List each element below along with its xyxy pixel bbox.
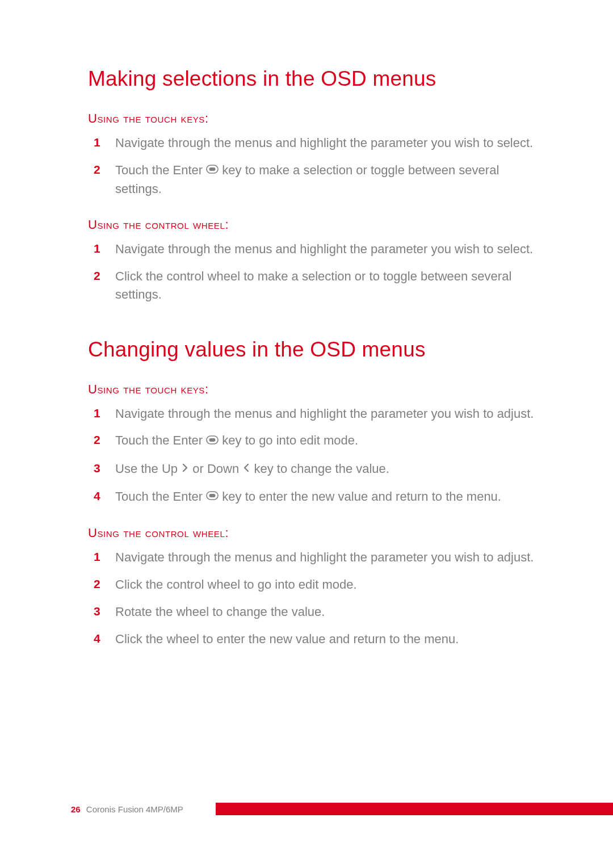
steps-section3: 1Navigate through the menus and highligh… bbox=[88, 405, 536, 506]
step-item: 2Touch the Enter key to go into edit mod… bbox=[115, 431, 536, 450]
step-item: 1Navigate through the menus and highligh… bbox=[115, 405, 536, 423]
step-text: key to enter the new value and return to… bbox=[219, 489, 501, 504]
heading-making-selections: Making selections in the OSD menus bbox=[88, 67, 536, 91]
step-item: 2Click the control wheel to make a selec… bbox=[115, 267, 536, 304]
steps-section1: 1Navigate through the menus and highligh… bbox=[88, 134, 536, 198]
footer-title: Coronis Fusion 4MP/6MP bbox=[86, 804, 183, 814]
svg-rect-3 bbox=[209, 438, 216, 442]
step-text: Navigate through the menus and highlight… bbox=[115, 550, 534, 564]
subhead-touch-keys-1: Using the touch keys: bbox=[88, 111, 536, 126]
step-text: Navigate through the menus and highlight… bbox=[115, 136, 533, 150]
enter-icon bbox=[206, 431, 219, 450]
footer-red-bar bbox=[216, 803, 613, 815]
heading-changing-values: Changing values in the OSD menus bbox=[88, 338, 536, 362]
step-item: 1Navigate through the menus and highligh… bbox=[115, 548, 536, 567]
step-item: 1Navigate through the menus and highligh… bbox=[115, 240, 536, 258]
down-chevron-icon bbox=[242, 459, 250, 477]
step-number: 2 bbox=[94, 161, 100, 178]
step-text: Use the Up bbox=[115, 462, 181, 476]
step-text: Touch the Enter bbox=[115, 489, 206, 504]
subhead-control-wheel-2: Using the control wheel: bbox=[88, 526, 536, 540]
subhead-touch-keys-2: Using the touch keys: bbox=[88, 382, 536, 397]
step-number: 4 bbox=[94, 488, 100, 505]
footer-text: 26 Coronis Fusion 4MP/6MP bbox=[71, 804, 183, 814]
step-item: 3Use the Up or Down key to change the va… bbox=[115, 460, 536, 479]
step-number: 1 bbox=[94, 240, 100, 257]
page-content: Making selections in the OSD menus Using… bbox=[0, 0, 613, 648]
step-number: 2 bbox=[94, 576, 100, 593]
step-item: 4Click the wheel to enter the new value … bbox=[115, 630, 536, 648]
step-text: Rotate the wheel to change the value. bbox=[115, 605, 325, 619]
step-item: 4Touch the Enter key to enter the new va… bbox=[115, 488, 536, 506]
page-number: 26 bbox=[71, 804, 81, 814]
step-text: Touch the Enter bbox=[115, 163, 206, 177]
svg-rect-1 bbox=[209, 167, 216, 171]
enter-icon bbox=[206, 161, 219, 179]
subhead-control-wheel-1: Using the control wheel: bbox=[88, 217, 536, 232]
svg-rect-5 bbox=[209, 494, 216, 497]
step-text: Click the control wheel to go into edit … bbox=[115, 577, 357, 592]
step-item: 1Navigate through the menus and highligh… bbox=[115, 134, 536, 152]
step-text: Touch the Enter bbox=[115, 433, 206, 447]
step-text: Click the wheel to enter the new value a… bbox=[115, 632, 459, 646]
step-text: Navigate through the menus and highlight… bbox=[115, 406, 534, 421]
step-item: 2Touch the Enter key to make a selection… bbox=[115, 161, 536, 198]
step-number: 1 bbox=[94, 134, 100, 151]
step-text: key to go into edit mode. bbox=[219, 433, 358, 447]
step-item: 3Rotate the wheel to change the value. bbox=[115, 603, 536, 621]
step-number: 2 bbox=[94, 431, 100, 448]
step-text: Click the control wheel to make a select… bbox=[115, 269, 511, 301]
step-number: 4 bbox=[94, 630, 100, 647]
step-number: 3 bbox=[94, 460, 100, 477]
step-text: key to change the value. bbox=[250, 462, 389, 476]
step-text: Navigate through the menus and highlight… bbox=[115, 242, 533, 256]
step-number: 2 bbox=[94, 267, 100, 284]
step-number: 1 bbox=[94, 548, 100, 565]
step-number: 3 bbox=[94, 603, 100, 620]
steps-section2: 1Navigate through the menus and highligh… bbox=[88, 240, 536, 304]
steps-section4: 1Navigate through the menus and highligh… bbox=[88, 548, 536, 648]
step-number: 1 bbox=[94, 405, 100, 422]
up-chevron-icon bbox=[181, 459, 189, 477]
page-footer: 26 Coronis Fusion 4MP/6MP bbox=[0, 800, 613, 814]
enter-icon bbox=[206, 487, 219, 505]
step-text: or Down bbox=[189, 462, 242, 476]
step-item: 2Click the control wheel to go into edit… bbox=[115, 576, 536, 594]
